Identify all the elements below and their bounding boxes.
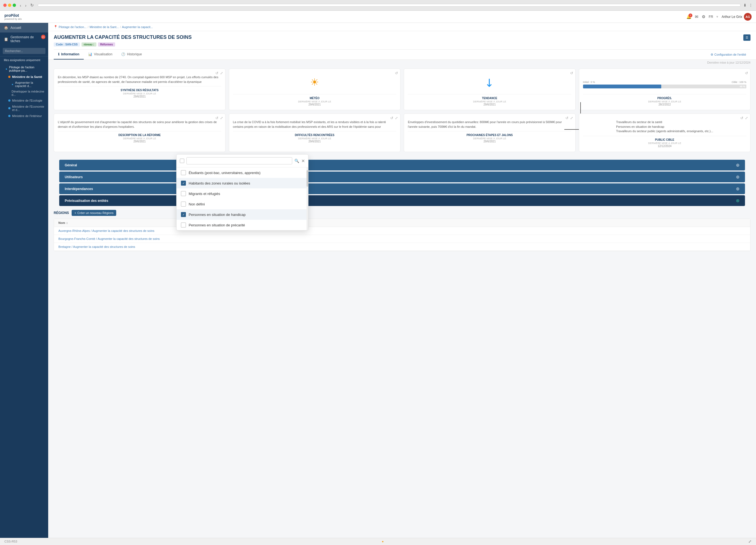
breadcrumb-item-1[interactable]: Ministère de la Sant...: [90, 25, 119, 29]
precarite-checkbox[interactable]: [181, 223, 186, 227]
description-date: 29/6/2021: [58, 140, 221, 143]
dropdown-item-migrants[interactable]: Migrants et réfugiés: [177, 188, 308, 199]
dropdown-item-etudiants[interactable]: Étudiants (post-bac, universitaires, app…: [177, 167, 308, 178]
sidebar-tree-developper[interactable]: Développer la médecine d...: [0, 89, 48, 97]
tendance-date: 29/6/2021: [408, 103, 571, 106]
migrants-label: Migrants et réfugiés: [189, 192, 220, 196]
dropdown-item-habitants[interactable]: ✓ Habitants des zones rurales ou isolées: [177, 178, 308, 188]
pilotage-label: Pilotage de l'action publique pa...: [9, 66, 44, 72]
card-etapes: ↺ ⤢ Enveloppes d'investissement du quoti…: [404, 113, 576, 152]
browser-dot-yellow: [8, 4, 11, 7]
card-tendance-reset[interactable]: ↺: [570, 71, 573, 75]
dropdown-select-all-checkbox[interactable]: [180, 159, 184, 163]
sidebar-tree-interieur[interactable]: Ministère de l'Intérieur: [0, 113, 48, 119]
card-public-reset[interactable]: ↺: [740, 116, 743, 120]
tab-visualisation[interactable]: 📊 Visualisation: [84, 50, 117, 59]
dropdown-item-non-defini[interactable]: Non défini: [177, 199, 308, 209]
col-nom[interactable]: Nom ↕: [58, 221, 68, 224]
handicap-checkbox[interactable]: ✓: [181, 212, 186, 217]
card-synthese: ↺ ⤢ En décembre, les MSP étaient au nomb…: [54, 69, 226, 110]
tab-config[interactable]: ⚙ Configuration de l'entité: [706, 50, 750, 59]
notification-badge: 1: [689, 13, 692, 17]
sidebar-item-accueil[interactable]: 🏠 Accueil: [0, 23, 48, 32]
sidebar-item-gestionnaire[interactable]: 📋 Gestionnaire de tâches 21: [0, 32, 48, 46]
card-difficultes-expand[interactable]: ⤢: [395, 116, 398, 120]
card-etapes-reset[interactable]: ↺: [565, 116, 568, 120]
tab-historique[interactable]: 🕐 Historique: [117, 50, 146, 59]
dropdown-scrollthumb[interactable]: [307, 170, 308, 187]
table-row-bourgogne[interactable]: Bourgogne-Franche-Comté / Augmenter la c…: [54, 235, 750, 243]
sidebar-tree-pilotage[interactable]: ● Pilotage de l'action publique pa...: [0, 64, 48, 74]
browser-actions: ⬇ ⋮: [743, 3, 753, 7]
mail-button[interactable]: ✉: [695, 14, 698, 19]
browser-menu-button[interactable]: ⋮: [749, 3, 753, 7]
row-bourgogne-label: Bourgogne-Franche-Comté / Augmenter la c…: [58, 237, 160, 240]
section-general[interactable]: Général ⊕: [59, 160, 745, 170]
browser-download-button[interactable]: ⬇: [743, 3, 747, 7]
etapes-text: Enveloppes d'investissement du quotidien…: [408, 120, 571, 129]
difficultes-label: DIFFICULTÉS RENCONTRÉES: [233, 134, 397, 137]
sidebar-tree-ecologie[interactable]: Ministère de l'Ecologie: [0, 97, 48, 104]
dropdown-search-input[interactable]: [186, 157, 292, 164]
card-synthese-reset[interactable]: ↺: [215, 71, 218, 75]
card-etapes-content: Enveloppes d'investissement du quotidien…: [408, 118, 571, 129]
sidebar-tree-sante[interactable]: Ministère de la Santé: [0, 74, 48, 80]
browser-forward-button[interactable]: ›: [24, 2, 28, 8]
dropdown-item-handicap[interactable]: ✓ Personnes en situation de handicap: [177, 209, 308, 220]
habitants-checkbox[interactable]: ✓: [181, 181, 186, 186]
dropdown-scrollbar[interactable]: [307, 167, 308, 230]
sante-label: Ministère de la Santé: [12, 75, 42, 78]
card-meteo-reset[interactable]: ↺: [395, 71, 398, 75]
browser-back-button[interactable]: ‹: [19, 2, 22, 8]
create-regions-button[interactable]: + Créer un nouveau Régions: [72, 210, 116, 216]
table-row-auvergne[interactable]: Auvergne-Rhône-Alpes / Augmenter la capa…: [54, 227, 750, 235]
col-nom-label: Nom: [58, 221, 65, 224]
information-tab-label: Information: [61, 52, 79, 56]
breadcrumb-item-0[interactable]: Pilotage de l'action...: [59, 25, 86, 29]
utilisateurs-toggle-icon: ⊕: [736, 174, 739, 180]
card-progres-reset[interactable]: ↺: [745, 71, 748, 75]
settings-button[interactable]: ⚙: [702, 14, 705, 19]
card-etapes-expand[interactable]: ⤢: [570, 116, 573, 120]
tasks-icon: 📋: [4, 37, 8, 41]
etudiants-checkbox[interactable]: [181, 170, 186, 175]
card-description: ↺ ⤢ L'objectif du gouvernement est d'aug…: [54, 113, 226, 152]
card-progres-content: Initial : 0 % Cible : 100 % 48 %: [583, 73, 747, 92]
migrants-checkbox[interactable]: [181, 191, 186, 196]
non-defini-checkbox[interactable]: [181, 202, 186, 207]
dropdown-item-precarite[interactable]: Personnes en situation de précarité: [177, 220, 308, 230]
card-synthese-expand[interactable]: ⤢: [220, 71, 223, 75]
tasks-badge: 21: [41, 35, 45, 39]
browser-address-bar[interactable]: [38, 4, 741, 7]
section-utilisateurs[interactable]: Utilisateurs ⊕: [59, 172, 745, 182]
breadcrumb-item-2[interactable]: Augmenter la capacit...: [122, 25, 153, 29]
avatar: AG: [744, 13, 752, 21]
card-difficultes-reset[interactable]: ↺: [390, 116, 393, 120]
interdependances-toggle-icon: ⊕: [736, 186, 739, 191]
general-toggle-icon: ⊕: [736, 162, 739, 168]
notification-button[interactable]: 🔔 1: [686, 14, 692, 19]
card-description-expand[interactable]: ⤢: [220, 116, 223, 120]
table-row-bretagne[interactable]: Bretagne / Augmenter la capacité des str…: [54, 243, 750, 251]
tendance-label: TENDANCE: [408, 97, 571, 100]
card-public-expand[interactable]: ⤢: [745, 116, 748, 120]
historique-tab-icon: 🕐: [121, 52, 125, 56]
progres-date-label: DERNIÈRE MISE À JOUR LE: [583, 100, 747, 103]
user-menu[interactable]: Arthur Le Grix AG: [722, 13, 752, 21]
language-selector[interactable]: FR: [709, 15, 713, 19]
search-input[interactable]: [3, 48, 45, 54]
etudiants-label: Étudiants (post-bac, universitaires, app…: [189, 171, 261, 175]
section-interdependances[interactable]: Interdépendances ⊕: [59, 183, 745, 194]
page-menu-button[interactable]: ☰: [743, 34, 750, 41]
tab-information[interactable]: ℹ Information: [54, 50, 84, 59]
dropdown-close-button[interactable]: ✕: [301, 158, 305, 164]
status-expand-icon[interactable]: ⤢: [748, 539, 752, 544]
sidebar-tree-augmenter[interactable]: ● Augmenter la capacité d...: [0, 80, 48, 89]
section-previsualisation[interactable]: Prévisualisation des entités ⊗: [59, 195, 745, 206]
sidebar-tree-economie[interactable]: Ministère de l'Economie et d...: [0, 104, 48, 113]
card-meteo-content: ☀: [233, 73, 397, 92]
sidebar-my-assignments[interactable]: Mes assignations uniquement: [0, 56, 48, 64]
ecologie-label: Ministère de l'Ecologie: [12, 99, 42, 102]
browser-refresh-button[interactable]: ↻: [29, 2, 35, 8]
card-description-reset[interactable]: ↺: [215, 116, 218, 120]
